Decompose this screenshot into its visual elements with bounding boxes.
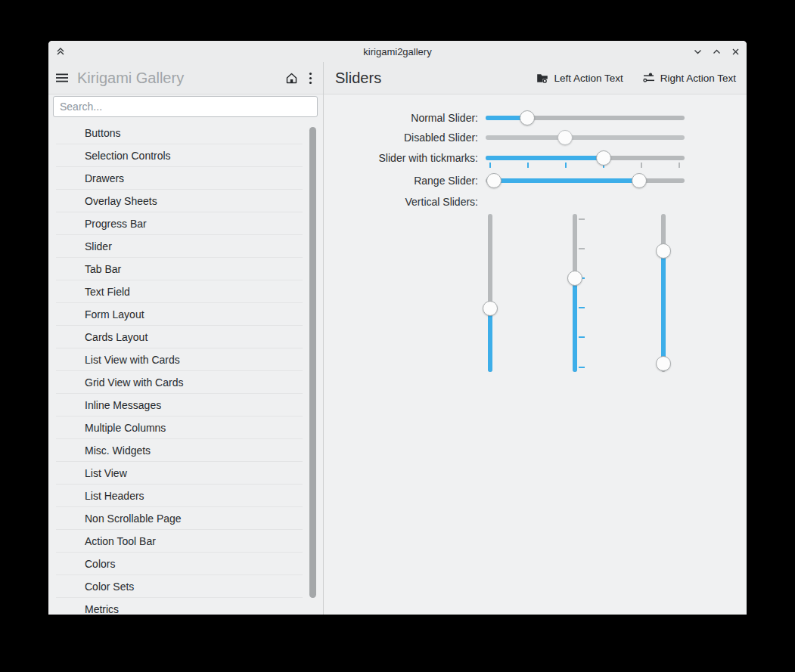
sidebar-item-color-sets[interactable]: Color Sets bbox=[48, 575, 323, 598]
hamburger-menu-icon[interactable] bbox=[56, 73, 68, 83]
home-icon[interactable] bbox=[285, 72, 298, 85]
sidebar-item-text-field[interactable]: Text Field bbox=[48, 280, 323, 303]
sidebar-drawer: Kirigami Gallery bbox=[48, 62, 323, 615]
left-action-button[interactable]: Left Action Text bbox=[536, 72, 623, 84]
sliders-form: Normal Slider:Disabled Slider:Slider wit… bbox=[324, 94, 747, 615]
sidebar-item-action-tool-bar[interactable]: Action Tool Bar bbox=[48, 530, 323, 553]
form-label: Disabled Slider: bbox=[324, 130, 478, 145]
app-title: Kirigami Gallery bbox=[77, 70, 184, 87]
form-label: Range Slider: bbox=[324, 173, 478, 188]
sidebar-item-metrics[interactable]: Metrics bbox=[48, 598, 323, 615]
slider-tick bbox=[579, 248, 585, 249]
sidebar-item-buttons[interactable]: Buttons bbox=[48, 122, 323, 144]
form-label: Slider with tickmarks: bbox=[324, 150, 478, 166]
slider-tick bbox=[679, 163, 680, 168]
slider-tick bbox=[565, 163, 567, 168]
slider-fill bbox=[486, 156, 604, 160]
page-toolbar: Sliders Left Action Text bbox=[324, 62, 747, 94]
sidebar-scrollbar[interactable] bbox=[309, 127, 316, 612]
range-slider-first-handle[interactable] bbox=[486, 173, 502, 188]
slider-tick bbox=[579, 218, 585, 220]
slider-tick bbox=[489, 163, 491, 168]
slider-tick bbox=[641, 163, 642, 168]
minimize-button[interactable] bbox=[692, 46, 703, 57]
slider-tick bbox=[579, 367, 585, 368]
sidebar-item-overlay-sheets[interactable]: Overlay Sheets bbox=[48, 190, 323, 212]
app-window: kirigami2gallery bbox=[48, 41, 747, 615]
sidebar-item-tab-bar[interactable]: Tab Bar bbox=[48, 258, 323, 280]
slider-tick bbox=[579, 307, 585, 308]
sidebar-item-list-view[interactable]: List View bbox=[48, 462, 323, 485]
slider-fill bbox=[494, 178, 639, 183]
left-action-label: Left Action Text bbox=[554, 73, 623, 84]
right-action-label: Right Action Text bbox=[660, 73, 736, 84]
sidebar-item-grid-view-with-cards[interactable]: Grid View with Cards bbox=[48, 371, 323, 394]
form-label: Vertical Sliders: bbox=[324, 194, 478, 209]
sidebar-item-slider[interactable]: Slider bbox=[48, 235, 323, 258]
slider-fill bbox=[488, 308, 492, 372]
vertical-range-slider-second-handle[interactable] bbox=[656, 356, 671, 371]
search-input[interactable] bbox=[53, 96, 318, 117]
disabled-slider-handle[interactable] bbox=[557, 130, 573, 145]
sidebar-toolbar: Kirigami Gallery bbox=[48, 62, 323, 94]
vertical-slider-handle[interactable] bbox=[567, 271, 582, 286]
sidebar-item-list-view-with-cards[interactable]: List View with Cards bbox=[48, 348, 323, 371]
close-button[interactable] bbox=[730, 46, 741, 57]
gallery-list: ButtonsSelection ControlsDrawersOverlay … bbox=[48, 122, 323, 615]
sidebar-item-inline-messages[interactable]: Inline Messages bbox=[48, 394, 323, 417]
sidebar-item-misc-widgets[interactable]: Misc. Widgets bbox=[48, 439, 323, 462]
configure-sliders-icon bbox=[643, 72, 655, 84]
window-content: Kirigami Gallery bbox=[48, 62, 747, 615]
slider-tick bbox=[579, 336, 585, 338]
kebab-menu-icon[interactable] bbox=[309, 72, 312, 85]
window-title: kirigami2gallery bbox=[48, 46, 747, 57]
maximize-button[interactable] bbox=[711, 46, 722, 57]
sidebar-item-cards-layout[interactable]: Cards Layout bbox=[48, 326, 323, 348]
slider-fill bbox=[661, 251, 666, 364]
slider-fill bbox=[573, 278, 577, 372]
sidebar-item-multiple-columns[interactable]: Multiple Columns bbox=[48, 417, 323, 439]
right-action-button[interactable]: Right Action Text bbox=[643, 72, 736, 84]
scrollbar-thumb[interactable] bbox=[309, 127, 316, 598]
sidebar-item-list-headers[interactable]: List Headers bbox=[48, 485, 323, 507]
vertical-slider-handle[interactable] bbox=[483, 301, 498, 316]
slider-handle[interactable] bbox=[520, 110, 535, 125]
sidebar-item-form-layout[interactable]: Form Layout bbox=[48, 303, 323, 326]
sidebar-item-selection-controls[interactable]: Selection Controls bbox=[48, 144, 323, 167]
range-slider-second-handle[interactable] bbox=[632, 173, 647, 188]
window-controls bbox=[692, 41, 741, 62]
slider-tick bbox=[527, 163, 529, 168]
page-title: Sliders bbox=[335, 70, 381, 87]
sidebar-item-colors[interactable]: Colors bbox=[48, 553, 323, 575]
titlebar[interactable]: kirigami2gallery bbox=[48, 41, 747, 62]
slider-track[interactable] bbox=[486, 135, 685, 140]
sidebar-item-progress-bar[interactable]: Progress Bar bbox=[48, 212, 323, 235]
vertical-range-slider-first-handle[interactable] bbox=[656, 243, 671, 259]
sidebar-item-drawers[interactable]: Drawers bbox=[48, 167, 323, 190]
form-label: Normal Slider: bbox=[324, 110, 478, 125]
sidebar-item-non-scrollable-page[interactable]: Non Scrollable Page bbox=[48, 507, 323, 530]
sliders-page: Sliders Left Action Text bbox=[324, 62, 747, 615]
slider-handle[interactable] bbox=[596, 150, 611, 166]
folder-sync-icon bbox=[536, 72, 548, 84]
